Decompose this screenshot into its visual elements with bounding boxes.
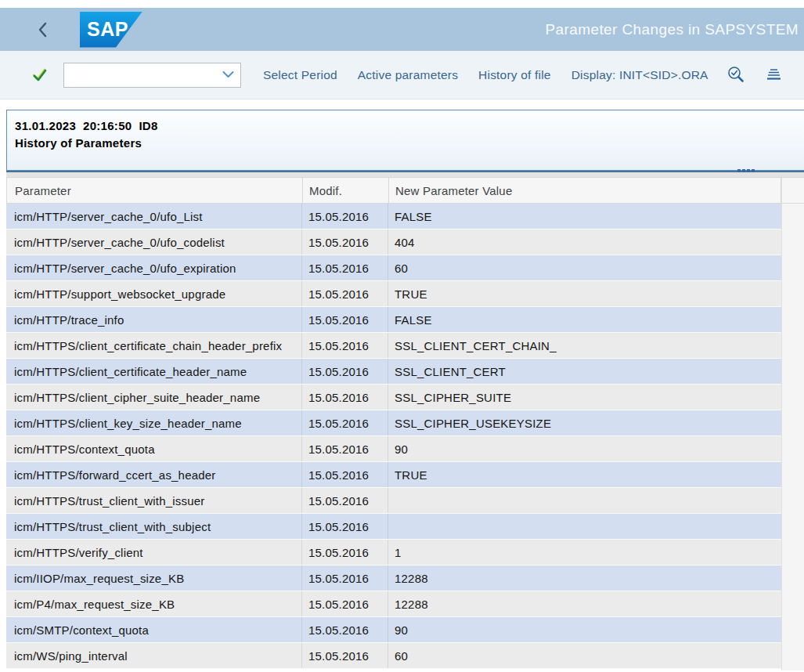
cell-new-value: TRUE [388, 462, 781, 487]
cell-parameter: icm/WS/ping_interval [6, 643, 301, 668]
cell-modif-date: 15.05.2016 [301, 281, 388, 306]
cell-new-value: FALSE [388, 307, 781, 332]
splitter-handle-icon[interactable] [737, 169, 755, 172]
cell-new-value: SSL_CIPHER_USEKEYSIZE [388, 410, 781, 435]
table-row[interactable]: icm/HTTP/trace_info 15.05.2016 FALSE [6, 307, 781, 333]
toolbar-button-history-of-file[interactable]: History of file [478, 68, 551, 82]
cell-modif-date: 15.05.2016 [301, 255, 388, 280]
find-button[interactable] [726, 65, 747, 85]
cell-new-value: 12288 [388, 591, 781, 616]
command-field-dropdown-button[interactable] [221, 71, 240, 78]
table-body: icm/HTTP/server_cache_0/ufo_List 15.05.2… [6, 204, 781, 669]
cell-new-value: SSL_CIPHER_SUITE [388, 385, 781, 410]
toolbar-button-active-parameters[interactable]: Active parameters [358, 68, 458, 82]
cell-new-value [388, 514, 781, 539]
cell-parameter: icm/HTTPS/verify_client [6, 540, 301, 565]
cell-parameter: icm/HTTP/trace_info [6, 307, 301, 332]
back-button[interactable] [34, 20, 50, 40]
toolbar-button-display-init-sid-ora[interactable]: Display: INIT<SID>.ORA [571, 68, 708, 82]
cell-new-value: SSL_CLIENT_CERT_CHAIN_ [388, 333, 781, 358]
app-bar: SAP Parameter Changes in SAPSYSTEM [0, 8, 804, 51]
print-icon [764, 67, 783, 83]
cell-new-value: 90 [388, 617, 781, 642]
cell-modif-date: 15.05.2016 [301, 204, 388, 229]
cell-parameter: icm/IIOP/max_request_size_KB [6, 565, 301, 591]
cell-new-value: 1 [388, 540, 781, 565]
find-icon [726, 65, 747, 85]
table-row[interactable]: icm/HTTP/server_cache_0/ufo_codelist 15.… [6, 229, 781, 255]
table-row[interactable]: icm/HTTPS/verify_client 15.05.2016 1 [6, 540, 781, 565]
cell-new-value: SSL_CLIENT_CERT [388, 359, 781, 384]
enter-button[interactable] [31, 67, 49, 83]
cell-modif-date: 15.05.2016 [301, 488, 388, 513]
page-title: Parameter Changes in SAPSYSTEM [545, 21, 799, 38]
command-field[interactable] [63, 63, 241, 88]
cell-modif-date: 15.05.2016 [301, 385, 388, 410]
sap-logo: SAP [80, 12, 142, 48]
sap-webgui-screen: SAP Parameter Changes in SAPSYSTEM Selec… [0, 0, 804, 672]
table-row[interactable]: icm/HTTPS/context_quota 15.05.2016 90 [6, 436, 781, 462]
command-field-input[interactable] [64, 68, 221, 81]
table-row[interactable]: icm/HTTPS/client_certificate_chain_heade… [6, 333, 781, 359]
toolbar: Select PeriodActive parametersHistory of… [0, 51, 804, 99]
column-header-modif[interactable]: Modif. [302, 178, 388, 203]
table-row[interactable]: icm/WS/ping_interval 15.05.2016 60 [6, 643, 781, 669]
report-header-panel: 31.01.2023 20:16:50 ID8 History of Param… [6, 110, 804, 171]
report-timestamp: 31.01.2023 20:16:50 ID8 [15, 117, 804, 135]
table-row[interactable]: icm/HTTP/server_cache_0/ufo_expiration 1… [6, 255, 781, 281]
table-row[interactable]: icm/HTTPS/trust_client_with_issuer 15.05… [6, 488, 781, 514]
cell-parameter: icm/SMTP/context_quota [6, 617, 301, 642]
table-row[interactable]: icm/IIOP/max_request_size_KB 15.05.2016 … [6, 565, 781, 591]
report-title: History of Parameters [15, 135, 804, 152]
cell-modif-date: 15.05.2016 [301, 307, 388, 332]
cell-parameter: icm/P4/max_request_size_KB [6, 591, 301, 616]
cell-modif-date: 15.05.2016 [301, 643, 388, 668]
cell-parameter: icm/HTTPS/client_cipher_suite_header_nam… [6, 385, 301, 410]
table-row[interactable]: icm/HTTPS/forward_ccert_as_header 15.05.… [6, 462, 781, 488]
cell-new-value: 12288 [388, 565, 781, 591]
toolbar-buttons: Select PeriodActive parametersHistory of… [263, 68, 708, 82]
chevron-left-icon [36, 20, 49, 39]
cell-parameter: icm/HTTPS/client_certificate_chain_heade… [6, 333, 301, 358]
cell-modif-date: 15.05.2016 [301, 229, 388, 255]
column-header-parameter[interactable]: Parameter [7, 178, 302, 203]
cell-parameter: icm/HTTP/server_cache_0/ufo_codelist [6, 229, 301, 255]
cell-new-value: 60 [388, 255, 781, 280]
table-row[interactable]: icm/SMTP/context_quota 15.05.2016 90 [6, 617, 781, 643]
cell-parameter: icm/HTTPS/trust_client_with_subject [6, 514, 301, 539]
column-header-new-parameter-value[interactable]: New Parameter Value [388, 178, 781, 203]
table-filler-column [781, 177, 804, 670]
sap-logo-text: SAP [80, 20, 128, 39]
cell-modif-date: 15.05.2016 [301, 410, 388, 435]
cell-new-value: FALSE [388, 204, 781, 229]
cell-parameter: icm/HTTP/server_cache_0/ufo_List [6, 204, 301, 229]
cell-modif-date: 15.05.2016 [301, 462, 388, 487]
parameter-table: ParameterModif.New Parameter Value icm/H… [6, 177, 804, 670]
table-row[interactable]: icm/HTTP/support_websocket_upgrade 15.05… [6, 281, 781, 307]
cell-new-value: 90 [388, 436, 781, 461]
table-row[interactable]: icm/HTTPS/client_cipher_suite_header_nam… [6, 385, 781, 410]
table-row[interactable]: icm/HTTPS/client_certificate_header_name… [6, 359, 781, 385]
table-row[interactable]: icm/HTTPS/client_key_size_header_name 15… [6, 410, 781, 436]
cell-modif-date: 15.05.2016 [301, 565, 388, 591]
cell-modif-date: 15.05.2016 [301, 591, 388, 616]
splitter-bar[interactable] [6, 171, 804, 177]
table-row[interactable]: icm/P4/max_request_size_KB 15.05.2016 12… [6, 591, 781, 617]
table-row[interactable]: icm/HTTP/server_cache_0/ufo_List 15.05.2… [6, 204, 781, 229]
cell-new-value: 404 [388, 229, 781, 255]
chevron-down-icon [222, 71, 234, 78]
cell-parameter: icm/HTTPS/client_key_size_header_name [6, 410, 301, 435]
cell-modif-date: 15.05.2016 [301, 617, 388, 642]
table-filler-header [782, 177, 804, 204]
cell-parameter: icm/HTTPS/client_certificate_header_name [6, 359, 301, 384]
cell-modif-date: 15.05.2016 [301, 333, 388, 358]
cell-new-value: TRUE [388, 281, 781, 306]
toolbar-button-select-period[interactable]: Select Period [263, 68, 337, 82]
table-row[interactable]: icm/HTTPS/trust_client_with_subject 15.0… [6, 514, 781, 540]
print-button[interactable] [764, 67, 783, 83]
content-area: 31.01.2023 20:16:50 ID8 History of Param… [0, 110, 804, 670]
cell-modif-date: 15.05.2016 [301, 514, 388, 539]
enter-check-icon [31, 67, 49, 83]
cell-modif-date: 15.05.2016 [301, 359, 388, 384]
cell-parameter: icm/HTTPS/context_quota [6, 436, 301, 461]
